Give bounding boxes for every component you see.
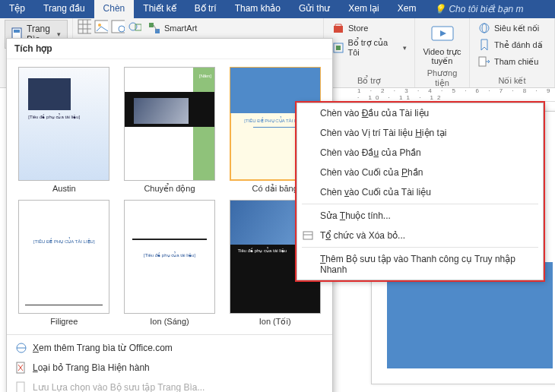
store-label: Store [348,24,368,33]
lightbulb-icon: 💡 [434,4,446,14]
globe-icon [14,341,28,355]
save-selection: Lưu Lựa chọn vào Bộ sưu tập Trang Bìa... [11,378,328,392]
organize-icon [302,229,314,242]
cm-insert-current[interactable]: Chèn vào Vị trí Tài liệu Hiện tại [297,123,543,143]
store-icon [331,21,345,35]
chevron-down-icon: ▾ [403,44,407,52]
online-video-label: Video trực tuyến [423,47,461,65]
svg-point-22 [482,24,487,33]
thumb-year: [Năm] [199,74,211,78]
thumb-title: [Tiêu đề phụ của tài liệu] [129,84,181,90]
gallery-item-filigree[interactable]: [TIÊU ĐỀ PHỤ CỦA TÀI LIỆU] Filigree [14,200,114,327]
hyperlink-label: Siêu kết nối [494,24,539,33]
tab-design[interactable]: Thiết kế [134,0,185,18]
link-icon [477,21,491,35]
bookmark-label: Thẻ đánh dấ [494,40,543,50]
svg-rect-13 [149,23,154,27]
svg-rect-30 [303,232,312,239]
smartart-label: SmartArt [164,24,197,33]
thumb-austin: [Tiêu đề phụ của tài liệu] [18,67,109,181]
svg-point-8 [98,24,101,27]
menu-separator [302,247,538,248]
gallery-item-ion-light[interactable]: [Tiêu đề phụ của tài liệu] Ion (Sáng) [120,200,220,327]
bookmark-icon [477,38,491,52]
tab-mailings[interactable]: Gửi thư [290,0,339,18]
save-selection-label: Lưu Lựa chọn vào Bộ sưu tập Trang Bìa... [33,382,205,392]
cm-insert-section-begin[interactable]: Chèn vào Đầu của Phần [297,143,543,163]
ribbon-tabs: Tệp Trang đầu Chèn Thiết kế Bố trí Tham … [0,0,555,18]
online-pictures-icon[interactable] [111,20,125,33]
hyperlink-button[interactable]: Siêu kết nối [474,20,550,36]
table-icon[interactable] [78,20,91,33]
shapes-icon[interactable] [128,20,141,33]
my-addins-button[interactable]: Bổ trợ của Tôi ▾ [328,36,410,58]
remove-cover[interactable]: Loại bỏ Trang Bìa Hiện hành [11,358,328,378]
smartart-button[interactable]: SmartArt [144,20,200,36]
gallery-caption: Chuyển động [144,184,195,194]
cm-edit-properties[interactable]: Sửa Thuộc tính... [297,206,543,226]
store-button[interactable]: Store [328,20,410,36]
svg-rect-9 [112,21,125,33]
svg-rect-2 [78,20,91,33]
more-from-office[interactable]: Xem thêm Trang bìa từ Office.com [11,338,328,358]
cm-insert-doc-begin[interactable]: Chèn vào Đầu của Tài liệu [297,103,543,123]
crossref-icon [477,55,491,68]
gallery-footer: Xem thêm Trang bìa từ Office.com Loại bỏ… [7,334,332,392]
cm-insert-section-end[interactable]: Chèn vào Cuối của Phần [297,163,543,182]
menu-separator [302,204,538,204]
svg-rect-16 [334,26,343,33]
my-addins-label: Bổ trợ của Tôi [347,38,400,57]
tab-layout[interactable]: Bố trí [186,0,226,18]
tab-review[interactable]: Xem lại [339,0,388,18]
cm-organize-delete[interactable]: Tổ chức và Xóa bỏ... [297,226,543,245]
thumb-title: [Tiêu đề phụ của tài liệu] [132,252,207,258]
crossref-button[interactable]: Tham chiếu [474,53,550,70]
svg-rect-23 [479,57,486,66]
links-group-label: Nối kết [474,74,550,86]
online-video-button[interactable]: Video trực tuyến [420,20,465,67]
thumb-title: [Tiêu đề phụ của tài liệu] [28,115,80,120]
chevron-down-icon: ▾ [57,30,61,38]
svg-point-21 [480,24,489,33]
remove-page-icon [14,361,28,375]
horizontal-ruler[interactable]: 1 · 2 · 3 · 4 · 5 · 6 · 7 · 8 · 9 · 10 ·… [335,88,555,102]
gallery-caption: Ion (Sáng) [150,317,189,326]
gallery-caption: Austin [52,184,76,193]
addins-group-label: Bổ trợ [328,74,410,86]
gallery-caption: Có dải băng [252,184,298,194]
gallery-caption: Filigree [50,317,78,326]
cm-insert-doc-end[interactable]: Chèn vào Cuối của Tài liệu [297,182,543,202]
gallery-item-austin[interactable]: [Tiêu đề phụ của tài liệu] Austin [14,67,114,194]
gallery-caption: Ion (Tối) [259,317,291,327]
tell-me-label: Cho tôi biết bạn m [449,4,523,14]
cm-add-to-qat[interactable]: Thêm Bộ sưu tập vào Thanh công cụ Truy n… [297,249,543,280]
tab-view[interactable]: Xem [388,0,426,18]
svg-rect-1 [14,30,20,33]
tab-references[interactable]: Tham khảo [226,0,290,18]
tell-me-search[interactable]: 💡 Cho tôi biết bạn m [425,0,532,18]
pictures-icon[interactable] [94,20,108,33]
tab-insert[interactable]: Chèn [94,0,135,18]
gallery-header: Tích hợp [7,39,332,59]
media-group-label: Phương tiện [420,67,465,88]
bookmark-button[interactable]: Thẻ đánh dấ [474,36,550,53]
thumb-title: [TIÊU ĐỀ PHỤ CỦA TÀI LIỆU] [25,239,103,244]
crossref-label: Tham chiếu [494,57,538,67]
tab-file[interactable]: Tệp [0,0,34,18]
svg-rect-18 [336,46,341,50]
addins-icon [331,41,344,55]
context-menu: Chèn vào Đầu của Tài liệu Chèn vào Vị tr… [297,103,544,280]
gallery-item-motion[interactable]: [Năm] [Tiêu đề phụ của tài liệu] Chuyển … [120,67,220,194]
svg-rect-29 [17,382,24,392]
thumb-filigree: [TIÊU ĐỀ PHỤ CỦA TÀI LIỆU] [18,200,109,314]
thumb-motion: [Năm] [Tiêu đề phụ của tài liệu] [124,67,215,181]
save-gallery-icon [14,381,28,392]
tab-home[interactable]: Trang đầu [34,0,94,18]
cover-page-gallery: Tích hợp [Tiêu đề phụ của tài liệu] Aust… [6,38,333,392]
video-icon [430,21,455,46]
smartart-icon [147,21,161,35]
thumb-ion-light: [Tiêu đề phụ của tài liệu] [124,200,215,314]
